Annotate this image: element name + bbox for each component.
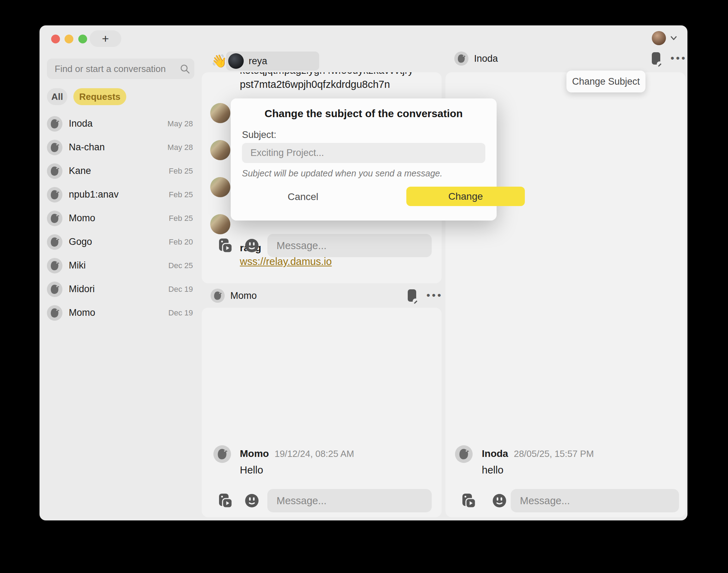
list-item[interactable]: Gogo Feb 20 (47, 230, 195, 254)
list-item[interactable]: Momo Feb 25 (47, 206, 195, 230)
subject-label: Subject: (242, 129, 277, 140)
message-input-inoda[interactable] (511, 489, 679, 512)
message-input-momo[interactable] (267, 489, 432, 512)
conversation-name: npub1:anav (69, 189, 119, 200)
conversation-name: Gogo (69, 236, 92, 247)
emoji-picker-icon[interactable] (492, 493, 507, 508)
list-item[interactable]: Midori Dec 19 (47, 277, 195, 301)
conversation-name: Midori (69, 284, 95, 295)
list-item[interactable]: Inoda May 28 (47, 112, 195, 135)
minimize-window-button[interactable] (65, 35, 73, 43)
conversation-date: May 28 (168, 143, 193, 152)
account-avatar[interactable] (652, 31, 666, 45)
rang-avatar (210, 214, 230, 234)
attach-media-icon[interactable] (217, 493, 233, 509)
filter-tab-requests[interactable]: Requests (73, 88, 126, 105)
plus-icon: + (102, 32, 109, 46)
conversation-date: Dec 19 (168, 308, 193, 318)
emoji-picker-icon[interactable] (244, 238, 259, 253)
conversation-name: Kane (69, 165, 91, 176)
search-input[interactable] (47, 59, 194, 79)
filter-tab-all[interactable]: All (47, 88, 67, 105)
rang-avatar (210, 177, 230, 197)
default-bird-avatar (211, 289, 225, 303)
new-conversation-button[interactable]: + (90, 30, 121, 47)
conversation-date: Dec 25 (168, 261, 193, 270)
default-bird-avatar (47, 211, 62, 226)
list-item[interactable]: Momo Dec 19 (47, 301, 195, 325)
conversation-list: Inoda May 28 Na-chan May 28 Kane Feb 25 … (47, 112, 195, 325)
attach-media-icon[interactable] (461, 493, 477, 509)
conversation-name: Momo (69, 307, 95, 318)
default-bird-avatar (47, 140, 62, 155)
default-bird-avatar (47, 163, 62, 179)
chat-panel-momo: Momo 19/12/24, 08:25 AM Hello (202, 308, 442, 517)
more-options-icon[interactable]: ••• (426, 289, 443, 301)
more-options-icon[interactable]: ••• (671, 52, 687, 64)
default-bird-avatar (47, 282, 62, 297)
message-timestamp: 19/12/24, 08:25 AM (274, 448, 354, 459)
message-input-reya[interactable] (267, 234, 432, 257)
conversation-date: Feb 20 (169, 237, 193, 247)
chevron-down-icon[interactable] (670, 35, 677, 42)
default-bird-avatar (47, 258, 62, 273)
conversation-date: Feb 25 (169, 214, 193, 223)
change-button[interactable]: Change (406, 187, 525, 206)
default-bird-avatar (47, 187, 62, 203)
close-window-button[interactable] (51, 35, 60, 43)
conversation-name: Momo (69, 213, 95, 224)
chat-title: Momo (230, 290, 257, 301)
message-text: Hello (240, 464, 263, 476)
dialog-title: Change the subject of the conversation (231, 108, 497, 120)
message-timestamp: 28/05/25, 15:57 PM (514, 448, 594, 459)
message-avatar-column (210, 103, 230, 251)
wave-emoji-icon: 👋 (211, 54, 227, 68)
rang-avatar (210, 103, 230, 123)
reya-avatar (228, 53, 244, 69)
default-bird-avatar (454, 52, 468, 66)
conversation-name: Na-chan (69, 142, 105, 153)
chat-title: reya (249, 56, 267, 67)
zoom-window-button[interactable] (78, 35, 87, 43)
default-bird-avatar (213, 445, 231, 463)
change-subject-tooltip: Change Subject (566, 71, 645, 92)
app-window: + All Requests Inoda May 28 Na-chan May … (40, 25, 687, 520)
relay-link[interactable]: wss://relay.damus.io (240, 256, 332, 267)
clipped-message-line: ketoqjqtmpagzlygh4wfo6uykzkavvvtjry (240, 72, 430, 77)
default-bird-avatar (47, 116, 62, 132)
conversation-name: Miki (69, 260, 86, 271)
cancel-button[interactable]: Cancel (273, 187, 333, 206)
default-bird-avatar (47, 234, 62, 250)
message-sender: Inoda (482, 448, 508, 459)
chat-title: Inoda (474, 53, 498, 64)
default-bird-avatar (47, 305, 62, 321)
list-item[interactable]: Miki Dec 25 (47, 254, 195, 277)
chat-header-momo: Momo ••• (211, 289, 442, 306)
rang-avatar (210, 140, 230, 160)
message-sender: Momo (240, 448, 269, 459)
conversation-date: Dec 19 (168, 285, 193, 294)
list-item[interactable]: npub1:anav Feb 25 (47, 183, 195, 206)
conversation-date: Feb 25 (169, 167, 193, 176)
default-bird-avatar (455, 445, 473, 463)
message-text: hello (482, 464, 503, 476)
change-subject-icon[interactable] (407, 289, 419, 305)
conversation-date: May 28 (168, 119, 193, 128)
conversation-date: Feb 25 (169, 190, 193, 199)
change-subject-dialog: Change the subject of the conversation S… (231, 98, 497, 221)
list-item[interactable]: Na-chan May 28 (47, 135, 195, 159)
npub-message-text: pst7mta2t6wpjh0qfzkdrdgu8ch7n (240, 79, 390, 90)
conversation-name: Inoda (69, 118, 93, 129)
chat-header-inoda: Inoda ••• (454, 52, 686, 68)
subject-input[interactable] (242, 143, 485, 163)
attach-media-icon[interactable] (217, 237, 233, 254)
change-subject-icon[interactable] (651, 52, 663, 68)
list-item[interactable]: Kane Feb 25 (47, 159, 195, 183)
emoji-picker-icon[interactable] (244, 493, 259, 508)
dialog-note: Subject will be updated when you send a … (242, 168, 442, 179)
chat-title-pill-reya[interactable]: reya (226, 52, 319, 71)
